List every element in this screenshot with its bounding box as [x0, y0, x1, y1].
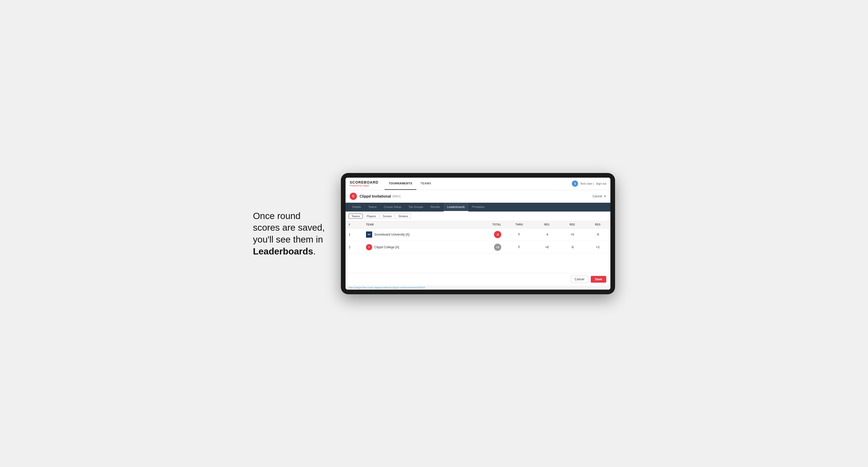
col-rd2: RD2 — [560, 221, 585, 228]
leaderboards-emphasis: Leaderboards — [253, 246, 313, 256]
row1-score-badge: -5 — [494, 231, 501, 238]
table-header: # TEAM TOTAL THRU RD1 RD2 RD3 — [345, 221, 610, 228]
leaderboard-content: # TEAM TOTAL THRU RD1 RD2 RD3 1 — [345, 221, 610, 273]
row1-rank: 1 — [345, 228, 363, 241]
row2-rd1: +8 — [534, 241, 559, 253]
col-rank: # — [345, 221, 363, 228]
tablet-device: SCOREBOARD Powered by clippd TOURNAMENTS… — [341, 173, 615, 294]
col-rd1: RD1 — [534, 221, 559, 228]
filter-strokes-button[interactable]: Strokes — [396, 214, 411, 219]
tab-leaderboards[interactable]: Leaderboards — [443, 203, 468, 212]
col-team: TEAM — [363, 221, 471, 228]
row2-rd3: +3 — [585, 241, 610, 253]
tournament-name: Clippd Invitational — [360, 194, 391, 198]
nav-links: TOURNAMENTS TEAMS — [384, 178, 572, 190]
table-row: 1 SU Scoreboard University [A] -5 F — [345, 228, 610, 241]
tab-details[interactable]: Details — [349, 203, 365, 212]
sign-out-link[interactable]: Sign out — [596, 182, 606, 185]
url-bar: https://stage-blue-coach.stagescoreboard… — [345, 285, 610, 290]
sidebar-description: Once round scores are saved, you'll see … — [253, 210, 326, 257]
tab-tee-groups[interactable]: Tee Groups — [405, 203, 427, 212]
row2-team: C Clippd College [A] — [363, 241, 471, 253]
row2-rd2: -8 — [560, 241, 585, 253]
row1-team: SU Scoreboard University [A] — [363, 228, 471, 241]
nav-teams[interactable]: TEAMS — [416, 178, 435, 190]
sub-navigation: Details Teams Course Setup Tee Groups Re… — [345, 203, 610, 212]
row1-rd3: -6 — [585, 228, 610, 241]
cancel-button[interactable]: Cancel — [571, 276, 588, 283]
row2-team-logo: C — [366, 244, 372, 250]
tournament-type: (Men) — [392, 194, 400, 198]
tab-course-setup[interactable]: Course Setup — [380, 203, 405, 212]
col-total: TOTAL — [471, 221, 504, 228]
row1-team-logo: SU — [366, 231, 372, 238]
row1-rd1: -4 — [534, 228, 559, 241]
nav-right: S Test User | Sign out — [572, 181, 606, 187]
save-button[interactable]: Save — [591, 276, 606, 283]
nav-tournaments[interactable]: TOURNAMENTS — [384, 178, 416, 190]
leaderboard-table: # TEAM TOTAL THRU RD1 RD2 RD3 1 — [345, 221, 610, 254]
tournament-icon: C — [350, 193, 357, 200]
row2-total: +3 — [471, 241, 504, 253]
row1-thru: F — [504, 228, 534, 241]
row2-thru: F — [504, 241, 534, 253]
table-body: 1 SU Scoreboard University [A] -5 F — [345, 228, 610, 253]
tab-printables[interactable]: Printables — [468, 203, 488, 212]
cancel-header-button[interactable]: Cancel ✕ — [593, 194, 606, 198]
filter-teams-button[interactable]: Teams — [349, 214, 363, 219]
tab-teams[interactable]: Teams — [365, 203, 380, 212]
col-rd3: RD3 — [585, 221, 610, 228]
user-name: Test User | — [580, 182, 594, 185]
app-logo: SCOREBOARD — [350, 180, 378, 184]
row1-rd2: +5 — [560, 228, 585, 241]
row1-team-name: Scoreboard University [A] — [374, 233, 409, 236]
filter-bar: Teams Players Scores Strokes — [345, 212, 610, 221]
tablet-screen: SCOREBOARD Powered by clippd TOURNAMENTS… — [345, 178, 610, 290]
row2-team-name: Clippd College [A] — [374, 245, 399, 249]
col-thru: THRU — [504, 221, 534, 228]
bottom-bar: Cancel Save — [345, 273, 610, 285]
logo-area: SCOREBOARD Powered by clippd — [350, 180, 378, 187]
row2-rank: 2 — [345, 241, 363, 253]
table-row: 2 C Clippd College [A] +3 F — [345, 241, 610, 253]
tab-results[interactable]: Results — [427, 203, 443, 212]
filter-scores-button[interactable]: Scores — [380, 214, 395, 219]
filter-players-button[interactable]: Players — [364, 214, 379, 219]
row1-total: -5 — [471, 228, 504, 241]
tournament-header: C Clippd Invitational (Men) Cancel ✕ — [345, 190, 610, 203]
logo-subtitle: Powered by clippd — [350, 184, 378, 187]
row2-score-badge: +3 — [494, 244, 501, 251]
top-navigation: SCOREBOARD Powered by clippd TOURNAMENTS… — [345, 178, 610, 190]
user-avatar: S — [572, 181, 578, 187]
